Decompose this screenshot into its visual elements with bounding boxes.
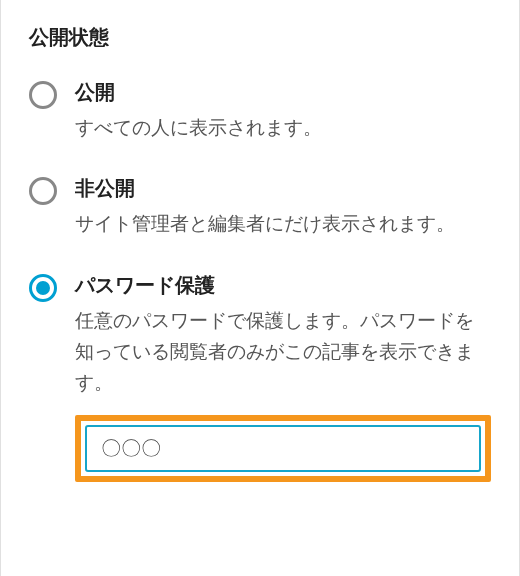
radio-private[interactable]: [29, 177, 57, 205]
option-private-description: サイト管理者と編集者にだけ表示されます。: [75, 208, 491, 239]
option-private-content: 非公開 サイト管理者と編集者にだけ表示されます。: [75, 175, 491, 239]
option-public-content: 公開 すべての人に表示されます。: [75, 79, 491, 143]
option-private-title: 非公開: [75, 175, 491, 202]
radio-public[interactable]: [29, 81, 57, 109]
visibility-radio-group: 公開 すべての人に表示されます。 非公開 サイト管理者と編集者にだけ表示されます…: [29, 79, 491, 482]
option-password-title: パスワード保護: [75, 272, 491, 299]
visibility-section: 公開状態 公開 すべての人に表示されます。 非公開 サイト管理者と編集者にだけ表…: [29, 24, 491, 482]
password-input[interactable]: [85, 425, 481, 472]
option-public-title: 公開: [75, 79, 491, 106]
option-private[interactable]: 非公開 サイト管理者と編集者にだけ表示されます。: [29, 175, 491, 239]
password-field-highlight: [75, 415, 491, 482]
option-password[interactable]: パスワード保護 任意のパスワードで保護します。パスワードを知っている閲覧者のみが…: [29, 272, 491, 482]
section-title: 公開状態: [29, 24, 491, 51]
option-password-content: パスワード保護 任意のパスワードで保護します。パスワードを知っている閲覧者のみが…: [75, 272, 491, 482]
option-public[interactable]: 公開 すべての人に表示されます。: [29, 79, 491, 143]
radio-password[interactable]: [29, 274, 57, 302]
option-password-description: 任意のパスワードで保護します。パスワードを知っている閲覧者のみがこの記事を表示で…: [75, 305, 491, 399]
option-public-description: すべての人に表示されます。: [75, 112, 491, 143]
